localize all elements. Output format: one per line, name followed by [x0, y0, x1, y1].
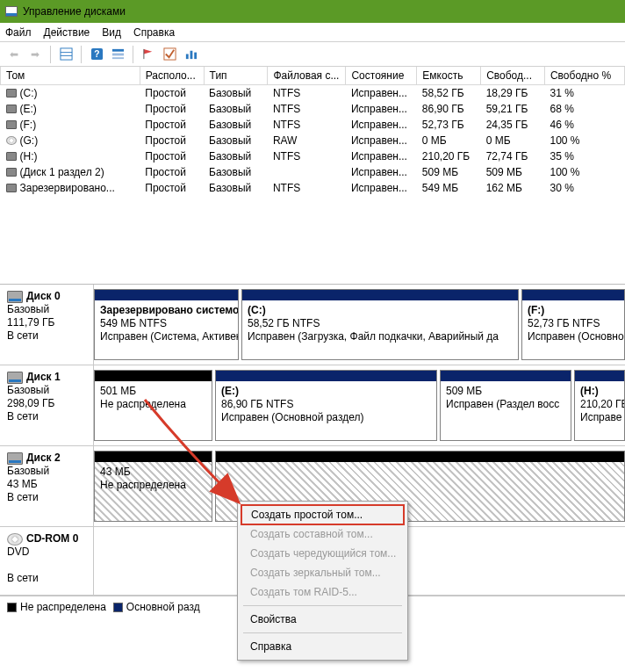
- cell-state: Исправен...: [346, 101, 417, 117]
- drive-icon: [7, 291, 23, 303]
- ctx-separator: [243, 632, 402, 633]
- partition-title: (F:): [528, 304, 619, 317]
- partition-body: Зарезервировано системой549 МБ NTFSИспра…: [95, 300, 238, 359]
- menu-file[interactable]: Файл: [5, 26, 32, 39]
- partition[interactable]: Зарезервировано системой549 МБ NTFSИспра…: [94, 289, 239, 360]
- disk-status: В сети: [7, 572, 88, 585]
- col-type[interactable]: Тип: [204, 67, 268, 84]
- cell-free: 24,35 ГБ: [481, 117, 545, 133]
- disk-type: Базовый: [7, 384, 88, 397]
- partition-color-bar: [95, 371, 212, 381]
- partition[interactable]: 43 МБНе распределена: [94, 451, 212, 522]
- cell-state: Исправен...: [346, 180, 417, 196]
- partition[interactable]: (F:)52,73 ГБ NTFSИсправен (Основной р: [521, 289, 625, 360]
- cell-capacity: 52,73 ГБ: [417, 117, 481, 133]
- cell-fs: RAW: [268, 133, 346, 148]
- table-row[interactable]: (G:)ПростойБазовыйRAWИсправен...0 МБ0 МБ…: [1, 133, 625, 148]
- partition-color-bar: [216, 371, 436, 381]
- cell-capacity: 549 МБ: [417, 180, 481, 196]
- window-title: Управление дисками: [23, 5, 126, 18]
- disk-info[interactable]: Диск 2Базовый43 МБВ сети: [0, 446, 94, 526]
- legend-primary: Основной разд: [113, 601, 200, 613]
- ctx-create-raid: Создать том RAID-5...: [240, 582, 406, 602]
- disk-type: Базовый: [7, 465, 88, 478]
- cell-state: Исправен...: [346, 84, 417, 101]
- col-layout[interactable]: Располо...: [140, 67, 204, 84]
- ctx-create-spanned: Создать составной том...: [240, 524, 406, 544]
- table-row[interactable]: (H:)ПростойБазовыйNTFSИсправен...210,20 …: [1, 148, 625, 164]
- svg-marker-8: [143, 49, 151, 54]
- table-row[interactable]: (E:)ПростойБазовыйNTFSИсправен...86,90 Г…: [1, 101, 625, 117]
- partition[interactable]: 501 МБНе распределена: [94, 370, 212, 441]
- partition-body: 509 МБИсправен (Раздел восс: [441, 381, 571, 440]
- disk-name: Диск 0: [26, 290, 61, 302]
- table-row[interactable]: Зарезервировано...ПростойБазовыйNTFSИспр…: [1, 180, 625, 196]
- cell-type: Базовый: [204, 84, 268, 101]
- table-row[interactable]: (C:)ПростойБазовыйNTFSИсправен...58,52 Г…: [1, 84, 625, 101]
- partition-color-bar: [575, 371, 624, 381]
- back-button[interactable]: ⬅: [5, 46, 23, 63]
- col-capacity[interactable]: Емкость: [417, 67, 481, 84]
- col-freepct[interactable]: Свободно %: [544, 67, 624, 84]
- disk-info[interactable]: CD-ROM 0DVD В сети: [0, 527, 94, 595]
- partition[interactable]: (E:)86,90 ГБ NTFSИсправен (Основной разд…: [215, 370, 437, 441]
- ctx-create-simple[interactable]: Создать простой том...: [241, 504, 405, 525]
- drive-icon: [6, 89, 17, 98]
- disk-info[interactable]: Диск 1Базовый298,09 ГБВ сети: [0, 365, 94, 445]
- partition-body: (E:)86,90 ГБ NTFSИсправен (Основной разд…: [216, 381, 436, 440]
- partition-color-bar: [95, 290, 238, 300]
- cell-freepct: 30 %: [544, 180, 624, 196]
- context-menu: Создать простой том... Создать составной…: [237, 501, 408, 661]
- partition-color-bar: [441, 371, 571, 381]
- partition-sub: 549 МБ NTFS: [100, 317, 233, 330]
- table-row[interactable]: (Диск 1 раздел 2)ПростойБазовыйИсправен.…: [1, 164, 625, 180]
- disk-name: Диск 1: [26, 371, 61, 383]
- cell-layout: Простой: [140, 101, 204, 117]
- list-icon[interactable]: [109, 46, 126, 63]
- partition[interactable]: 509 МБИсправен (Раздел восс: [440, 370, 571, 441]
- cell-layout: Простой: [140, 148, 204, 164]
- stats-icon[interactable]: [182, 46, 199, 63]
- partition[interactable]: (H:)210,20 ГБИсправе: [574, 370, 625, 441]
- cell-type: Базовый: [204, 133, 268, 148]
- svg-rect-11: [185, 54, 188, 60]
- cell-state: Исправен...: [346, 164, 417, 180]
- svg-rect-12: [190, 51, 192, 59]
- partition-body: 501 МБНе распределена: [95, 381, 212, 440]
- ctx-help[interactable]: Справка: [240, 637, 406, 656]
- disk-row: Диск 0Базовый111,79 ГБВ сетиЗарезервиров…: [0, 285, 625, 365]
- disc-icon: [7, 533, 23, 546]
- partition-state: Исправен (Загрузка, Файл подкачки, Авари…: [248, 330, 513, 343]
- table-row[interactable]: (F:)ПростойБазовыйNTFSИсправен...52,73 Г…: [1, 117, 625, 133]
- cell-layout: Простой: [140, 117, 204, 133]
- menu-help[interactable]: Справка: [133, 26, 175, 39]
- menu-action[interactable]: Действие: [44, 26, 90, 39]
- grid-icon[interactable]: [57, 46, 75, 63]
- partition[interactable]: (C:)58,52 ГБ NTFSИсправен (Загрузка, Фай…: [241, 289, 519, 360]
- cell-free: 162 МБ: [481, 180, 545, 196]
- partition-sub: 210,20 ГБ: [580, 398, 619, 411]
- menu-view[interactable]: Вид: [102, 26, 121, 39]
- col-tom[interactable]: Том: [1, 67, 140, 84]
- check-icon[interactable]: [161, 46, 178, 63]
- cell-state: Исправен...: [346, 148, 417, 164]
- cell-fs: NTFS: [268, 101, 346, 117]
- flag-icon[interactable]: [140, 46, 157, 63]
- help-icon[interactable]: ?: [88, 46, 105, 63]
- col-state[interactable]: Состояние: [346, 67, 417, 84]
- cell-freepct: 31 %: [544, 84, 624, 101]
- cell-type: Базовый: [204, 180, 268, 196]
- svg-rect-13: [194, 53, 197, 60]
- forward-button[interactable]: ➡: [26, 46, 44, 63]
- cell-freepct: 100 %: [544, 133, 624, 148]
- col-fs[interactable]: Файловая с...: [268, 67, 346, 84]
- col-free[interactable]: Свобод...: [481, 67, 545, 84]
- partition-color-bar: [95, 452, 212, 462]
- volume-name: (H:): [20, 150, 38, 163]
- ctx-properties[interactable]: Свойства: [240, 610, 406, 629]
- partition-body: (F:)52,73 ГБ NTFSИсправен (Основной р: [522, 300, 624, 359]
- volume-list-pane: Том Располо... Тип Файловая с... Состоян…: [0, 67, 625, 285]
- partition-sub: 86,90 ГБ NTFS: [221, 398, 431, 411]
- disk-info[interactable]: Диск 0Базовый111,79 ГБВ сети: [0, 285, 94, 365]
- volume-name: Зарезервировано...: [20, 182, 115, 194]
